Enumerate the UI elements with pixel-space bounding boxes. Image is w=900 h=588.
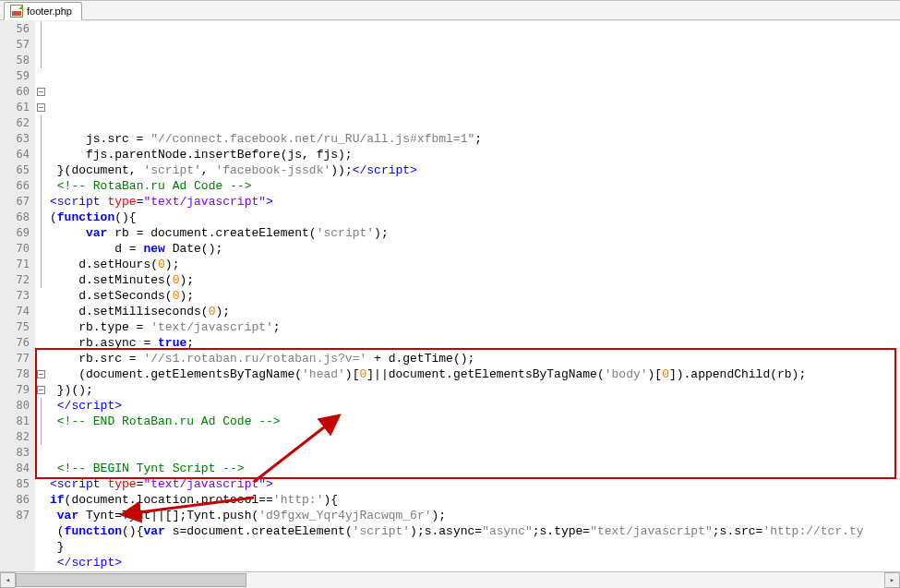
code-line[interactable]: } [50,539,900,555]
fold-marker [35,257,46,272]
fold-marker [35,178,46,194]
code-line[interactable]: })(); [50,382,900,398]
code-line[interactable]: <script type="text/javascript"> [50,476,900,492]
line-number: 84 [0,461,30,476]
line-number: 77 [0,351,30,366]
line-number: 72 [0,272,30,288]
code-line[interactable] [50,445,900,461]
scroll-track[interactable] [16,572,884,588]
line-number: 64 [0,147,30,162]
code-line[interactable]: (document.getElementsByTagName('head')[0… [50,366,900,382]
fold-marker [35,210,46,225]
code-line[interactable]: <script type="text/javascript"> [50,194,900,210]
code-line[interactable]: if(document.location.protocol=='http:'){ [50,492,900,508]
fold-marker [35,351,46,366]
line-number: 82 [0,429,30,445]
php-file-icon [10,5,23,18]
file-tab-label: footer.php [27,6,72,17]
line-number: 69 [0,225,30,241]
fold-marker [35,335,46,351]
line-number: 79 [0,382,30,398]
code-line[interactable]: }(document, 'script', 'facebook-jssdk'))… [50,162,900,178]
line-number: 56 [0,21,30,37]
fold-marker [35,508,46,523]
line-number-gutter: 5657585960616263646566676869707172737475… [0,21,35,571]
fold-marker[interactable] [35,100,46,115]
code-line[interactable]: d.setSeconds(0); [50,288,900,304]
code-line[interactable]: fjs.parentNode.insertBefore(js, fjs); [50,147,900,162]
fold-marker [35,68,46,84]
fold-marker[interactable] [35,382,46,398]
fold-marker [35,37,46,53]
fold-marker [35,288,46,304]
code-line[interactable]: rb.src = '//s1.rotaban.ru/rotaban.js?v='… [50,351,900,366]
line-number: 63 [0,131,30,147]
code-line[interactable]: js.src = "//connect.facebook.net/ru_RU/a… [50,131,900,147]
fold-marker [35,429,46,445]
line-number: 83 [0,445,30,461]
line-number: 67 [0,194,30,210]
line-number: 65 [0,162,30,178]
code-line[interactable]: d = new Date(); [50,241,900,257]
fold-marker [35,241,46,257]
code-line[interactable]: var Tynt=Tynt||[];Tynt.push('d9fgxw_Yqr4… [50,508,900,523]
code-line[interactable]: (function(){ [50,210,900,225]
line-number: 87 [0,508,30,523]
line-number: 59 [0,68,30,84]
fold-marker [35,194,46,210]
line-number: 73 [0,288,30,304]
code-line[interactable]: </script> [50,555,900,570]
fold-marker [35,272,46,288]
line-number: 75 [0,319,30,335]
fold-marker [35,304,46,319]
code-line[interactable]: d.setMilliseconds(0); [50,304,900,319]
line-number: 80 [0,398,30,414]
code-line[interactable]: <!-- RotaBan.ru Ad Code --> [50,178,900,194]
line-number: 60 [0,84,30,100]
code-line[interactable]: </script> [50,398,900,414]
fold-marker [35,492,46,508]
code-line[interactable]: d.setHours(0); [50,257,900,272]
scroll-thumb[interactable] [16,573,246,587]
line-number: 66 [0,178,30,194]
line-number: 78 [0,366,30,382]
code-line[interactable]: <!-- END RotaBan.ru Ad Code --> [50,414,900,429]
line-number: 71 [0,257,30,272]
fold-marker [35,461,46,476]
code-line[interactable]: rb.type = 'text/javascript'; [50,319,900,335]
fold-marker [35,476,46,492]
fold-marker [35,162,46,178]
code-editor[interactable]: 5657585960616263646566676869707172737475… [0,20,900,571]
line-number: 86 [0,492,30,508]
fold-column[interactable] [35,21,46,571]
line-number: 85 [0,476,30,492]
line-number: 61 [0,100,30,115]
code-line[interactable]: (function(){var s=document.createElement… [50,523,900,539]
file-tab[interactable]: footer.php [4,2,82,20]
line-number: 58 [0,53,30,68]
code-line[interactable]: <!-- BEGIN Tynt Script --> [50,461,900,476]
fold-marker [35,445,46,461]
code-line[interactable] [50,429,900,445]
fold-marker [35,115,46,131]
tab-bar: footer.php [0,0,900,20]
code-line[interactable]: var rb = document.createElement('script'… [50,225,900,241]
line-number: 81 [0,414,30,429]
fold-marker [35,225,46,241]
fold-marker[interactable] [35,366,46,382]
code-line[interactable]: rb.async = true; [50,335,900,351]
line-number: 74 [0,304,30,319]
fold-marker[interactable] [35,84,46,100]
code-line[interactable]: d.setMinutes(0); [50,272,900,288]
fold-marker [35,398,46,414]
line-number: 70 [0,241,30,257]
fold-marker [35,319,46,335]
fold-marker [35,21,46,37]
fold-marker [35,131,46,147]
scroll-left-button[interactable]: ◂ [0,572,16,588]
code-area[interactable]: js.src = "//connect.facebook.net/ru_RU/a… [46,21,900,571]
line-number: 76 [0,335,30,351]
fold-marker [35,147,46,162]
line-number: 68 [0,210,30,225]
horizontal-scrollbar[interactable]: ◂ ▸ [0,571,900,588]
